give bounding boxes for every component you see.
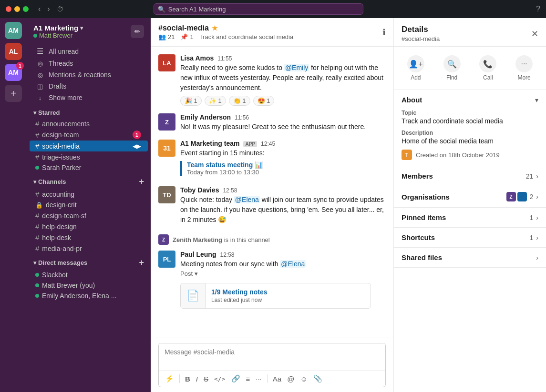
- link-button[interactable]: 🔗: [229, 372, 243, 385]
- dm-item-sarah-parker[interactable]: Sarah Parker: [30, 162, 148, 173]
- channel-item-social-media[interactable]: # social-media ◀▶: [30, 141, 148, 151]
- pinned-items-section-title: Pinned items: [402, 213, 446, 221]
- pin-icon: 📌: [180, 33, 188, 40]
- close-details-button[interactable]: ✕: [531, 29, 538, 39]
- message-header: Lisa Amos 11:55: [180, 54, 386, 62]
- message-quote: Team status meeting 📊 Today from 13:00 t…: [180, 161, 386, 176]
- channel-item-announcements[interactable]: # announcements: [30, 118, 148, 129]
- global-search-bar[interactable]: 🔍 Search A1 Marketing: [154, 3, 363, 15]
- message-group: LA Lisa Amos 11:55 Really need to give s…: [158, 54, 386, 106]
- nav-item-all-unread[interactable]: ☰ All unread: [30, 45, 148, 58]
- message-group: PL Paul Leung 12:58 Meeting notes from o…: [158, 251, 386, 309]
- maximize-traffic-light[interactable]: [23, 6, 29, 12]
- italic-button[interactable]: I: [194, 373, 200, 385]
- message-header: Paul Leung 12:58: [180, 251, 386, 258]
- history-button[interactable]: ⏱: [55, 4, 65, 14]
- members-section-header[interactable]: Members 21 ›: [394, 166, 546, 186]
- call-action[interactable]: 📞 Call: [474, 52, 502, 84]
- channel-hash-icon: #: [35, 190, 39, 198]
- dm-item-emily-elena[interactable]: Emily Anderson, Elena ...: [30, 291, 148, 301]
- channel-info-button[interactable]: ℹ: [382, 27, 386, 38]
- emoji-button[interactable]: ☺: [298, 373, 309, 385]
- post-label[interactable]: Post ▾: [180, 270, 198, 277]
- channel-hash-icon: #: [35, 131, 39, 139]
- attachment-button[interactable]: 📎: [311, 372, 325, 385]
- channel-item-help-desk[interactable]: # help-desk: [30, 232, 148, 243]
- nav-section: ☰ All unread ◎ Threads ◎ Mentions & reac…: [27, 43, 151, 105]
- traffic-lights: [6, 6, 29, 12]
- mention-elena[interactable]: @Elena: [280, 260, 306, 268]
- more-formatting-button[interactable]: ···: [253, 373, 264, 385]
- nav-item-drafts[interactable]: ◫ Drafts: [30, 80, 148, 92]
- reaction-button[interactable]: 😍 1: [253, 96, 275, 106]
- bold-button[interactable]: B: [183, 373, 193, 385]
- nav-item-mentions[interactable]: ◎ Mentions & reactions: [30, 69, 148, 80]
- post-title[interactable]: 1/9 Meeting notes: [211, 288, 365, 296]
- help-button[interactable]: ?: [536, 5, 540, 13]
- mention-button[interactable]: @: [285, 373, 297, 385]
- reaction-button[interactable]: 👏 1: [229, 96, 250, 106]
- starred-section-header[interactable]: ▾ Starred: [27, 105, 151, 118]
- channels-section-header[interactable]: ▾ Channels +: [27, 173, 151, 189]
- forward-button[interactable]: ›: [45, 4, 52, 14]
- pin-count[interactable]: 📌 1: [180, 33, 193, 40]
- message-text: Quick note: today @Elena will join our t…: [180, 195, 386, 225]
- shared-files-section-header[interactable]: Shared files ›: [394, 248, 546, 267]
- about-content: Topic Track and coordinate social media …: [394, 110, 546, 166]
- about-section-header[interactable]: About ▾: [394, 90, 546, 110]
- back-button[interactable]: ‹: [36, 4, 42, 14]
- post-preview[interactable]: 📄 1/9 Meeting notes Last edited just now: [180, 283, 371, 309]
- channel-item-design-crit[interactable]: 🔒 design-crit: [30, 200, 148, 210]
- channel-item-accounting[interactable]: # accounting: [30, 189, 148, 200]
- quote-title[interactable]: Team status meeting 📊: [187, 161, 386, 169]
- member-count[interactable]: 👥 21: [158, 33, 175, 40]
- strikethrough-button[interactable]: S: [201, 373, 211, 385]
- more-action[interactable]: ··· More: [510, 52, 538, 84]
- call-icon: 📞: [479, 55, 496, 72]
- message-input[interactable]: [159, 343, 385, 368]
- nav-item-show-more[interactable]: ↓ Show more: [30, 92, 148, 103]
- star-icon[interactable]: ★: [212, 24, 218, 32]
- add-people-action[interactable]: 👤+ Add: [402, 52, 430, 84]
- organisations-section-header[interactable]: Organisations Z 2 ›: [394, 186, 546, 207]
- about-section: About ▾ Topic Track and coordinate socia…: [394, 90, 546, 166]
- nav-item-threads[interactable]: ◎ Threads: [30, 58, 148, 69]
- mentions-icon: ◎: [35, 71, 45, 79]
- workspace-name[interactable]: A1 Marketing ▾: [33, 24, 131, 32]
- workspace-avatar-am[interactable]: AM: [5, 22, 22, 39]
- add-channel-button[interactable]: +: [139, 177, 144, 187]
- workspace-avatar-al[interactable]: AL: [5, 43, 22, 60]
- pinned-items-section-header[interactable]: Pinned items 1 ›: [394, 208, 546, 227]
- add-dm-button[interactable]: +: [139, 258, 144, 268]
- dm-item-matt[interactable]: Matt Brewer (you): [30, 280, 148, 291]
- code-button[interactable]: </>: [212, 373, 227, 384]
- channel-item-help-design[interactable]: # help-design: [30, 221, 148, 232]
- mention-elena[interactable]: @Elena: [234, 196, 260, 203]
- dm-item-slackbot[interactable]: Slackbot: [30, 270, 148, 280]
- message-content: A1 Marketing team APP 12:45 Event starti…: [180, 140, 386, 179]
- pinned-items-chevron-icon: ›: [536, 214, 538, 221]
- find-action[interactable]: 🔍 Find: [438, 52, 466, 84]
- list-button[interactable]: ≡: [244, 373, 253, 385]
- more-icon: ···: [515, 55, 533, 72]
- mention-emily[interactable]: @Emily: [284, 64, 309, 71]
- minimize-traffic-light[interactable]: [14, 6, 20, 12]
- details-title: Details: [402, 25, 440, 34]
- compose-button[interactable]: ✏: [131, 25, 144, 38]
- workspace-avatar-am2[interactable]: AM 1: [5, 64, 22, 81]
- reaction-button[interactable]: 🎉 1: [180, 96, 202, 106]
- channel-hash-icon: #: [35, 244, 39, 252]
- channel-item-design-team[interactable]: # design-team 1: [30, 129, 148, 141]
- dms-section-header[interactable]: ▾ Direct messages +: [27, 254, 151, 270]
- channel-item-design-team-sf[interactable]: # design-team-sf: [30, 210, 148, 221]
- lightning-button[interactable]: ⚡: [163, 372, 176, 385]
- reaction-button[interactable]: ✨ 1: [205, 96, 226, 106]
- user-online-indicator: [33, 34, 37, 38]
- channel-item-media-and-pr[interactable]: # media-and-pr: [30, 243, 148, 254]
- text-style-button[interactable]: Aa: [270, 373, 284, 385]
- add-workspace-button[interactable]: +: [5, 85, 22, 102]
- close-traffic-light[interactable]: [6, 6, 11, 12]
- channel-item-triage-issues[interactable]: # triage-issues: [30, 151, 148, 162]
- members-icon: 👥: [158, 33, 166, 40]
- shortcuts-section-header[interactable]: Shortcuts 1 ›: [394, 228, 546, 247]
